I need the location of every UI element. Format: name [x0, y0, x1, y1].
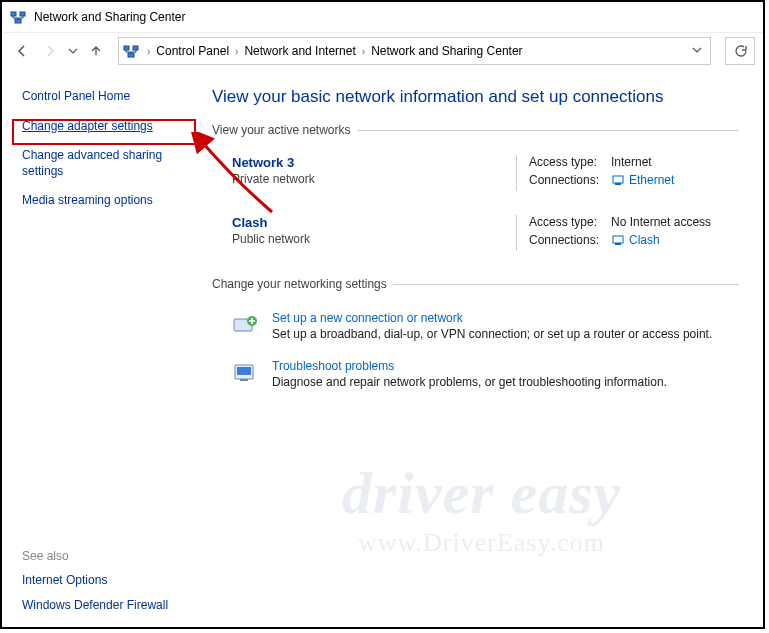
see-also-section: See also Internet Options Windows Defend…	[22, 549, 168, 614]
change-settings-header: Change your networking settings	[212, 277, 739, 291]
address-dropdown-icon[interactable]	[688, 44, 706, 58]
access-type-value: No Internet access	[611, 215, 711, 229]
sidebar: Control Panel Home Change adapter settin…	[2, 69, 200, 628]
watermark: driver easy www.DriverEasy.com	[200, 459, 763, 558]
breadcrumb-network-sharing[interactable]: Network and Sharing Center	[369, 38, 524, 64]
settings-item-troubleshoot: Troubleshoot problems Diagnose and repai…	[212, 353, 739, 401]
watermark-text: driver easy	[200, 459, 763, 528]
access-type-value: Internet	[611, 155, 652, 169]
access-type-label: Access type:	[529, 215, 611, 229]
change-settings-label: Change your networking settings	[212, 277, 387, 291]
main-content: View your basic network information and …	[200, 69, 763, 628]
breadcrumb-network-internet[interactable]: Network and Internet	[242, 38, 357, 64]
network-row: Clash Public network Access type: No Int…	[212, 211, 739, 271]
svg-rect-8	[613, 236, 623, 243]
connection-link[interactable]: Ethernet	[629, 173, 674, 187]
see-also-internet-options[interactable]: Internet Options	[22, 573, 168, 589]
chevron-right-icon[interactable]: ›	[143, 46, 154, 57]
navbar: › Control Panel › Network and Internet ›…	[2, 33, 763, 69]
troubleshoot-link[interactable]: Troubleshoot problems	[272, 359, 667, 373]
sidebar-advanced-sharing[interactable]: Change advanced sharing settings	[22, 148, 188, 179]
breadcrumb-control-panel[interactable]: Control Panel	[154, 38, 231, 64]
back-button[interactable]	[10, 39, 34, 63]
forward-button[interactable]	[38, 39, 62, 63]
svg-rect-7	[615, 183, 621, 185]
window-title: Network and Sharing Center	[34, 10, 185, 24]
network-center-icon	[10, 9, 26, 25]
troubleshoot-icon	[232, 359, 260, 387]
up-button[interactable]	[84, 39, 108, 63]
access-type-label: Access type:	[529, 155, 611, 169]
chevron-right-icon[interactable]: ›	[231, 46, 242, 57]
connection-link[interactable]: Clash	[629, 233, 660, 247]
network-row: Network 3 Private network Access type: I…	[212, 151, 739, 211]
network-name: Clash	[232, 215, 516, 230]
connections-label: Connections:	[529, 233, 611, 247]
window-frame: Network and Sharing Center › Control Pan…	[0, 0, 765, 629]
svg-rect-13	[237, 367, 251, 375]
watermark-url: www.DriverEasy.com	[200, 528, 763, 558]
recent-locations-dropdown[interactable]	[66, 39, 80, 63]
body: Control Panel Home Change adapter settin…	[2, 69, 763, 628]
network-center-icon	[123, 43, 139, 59]
new-connection-icon	[232, 311, 260, 339]
svg-rect-14	[240, 379, 248, 381]
active-networks-label: View your active networks	[212, 123, 351, 137]
svg-rect-9	[615, 243, 621, 245]
troubleshoot-desc: Diagnose and repair network problems, or…	[272, 375, 667, 389]
active-networks-header: View your active networks	[212, 123, 739, 137]
sidebar-home[interactable]: Control Panel Home	[22, 89, 188, 105]
new-connection-desc: Set up a broadband, dial-up, or VPN conn…	[272, 327, 712, 341]
page-heading: View your basic network information and …	[212, 87, 739, 107]
settings-item-new-connection: Set up a new connection or network Set u…	[212, 305, 739, 353]
sidebar-change-adapter[interactable]: Change adapter settings	[22, 119, 188, 135]
connections-label: Connections:	[529, 173, 611, 187]
refresh-button[interactable]	[725, 37, 755, 65]
network-name: Network 3	[232, 155, 516, 170]
svg-rect-1	[20, 12, 25, 16]
titlebar: Network and Sharing Center	[2, 2, 763, 33]
address-bar[interactable]: › Control Panel › Network and Internet ›…	[118, 37, 711, 65]
see-also-heading: See also	[22, 549, 168, 563]
chevron-right-icon[interactable]: ›	[358, 46, 369, 57]
svg-rect-4	[133, 46, 138, 50]
see-also-defender-firewall[interactable]: Windows Defender Firewall	[22, 598, 168, 614]
svg-rect-3	[124, 46, 129, 50]
network-type: Public network	[232, 232, 516, 246]
new-connection-link[interactable]: Set up a new connection or network	[272, 311, 712, 325]
sidebar-media-streaming[interactable]: Media streaming options	[22, 193, 188, 209]
svg-rect-0	[11, 12, 16, 16]
svg-rect-6	[613, 176, 623, 183]
ethernet-icon	[611, 173, 625, 187]
network-type: Private network	[232, 172, 516, 186]
ethernet-icon	[611, 233, 625, 247]
